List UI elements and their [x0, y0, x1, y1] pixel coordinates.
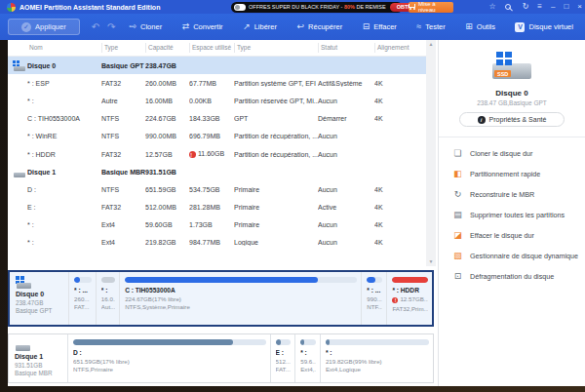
toolbar-button-récupérer[interactable]: ↩Récupérer	[297, 22, 343, 32]
promo-banner[interactable]: OFFRES SUPER DU BLACK FRIDAY - 80% DE RE…	[231, 2, 403, 13]
disk-icon	[13, 60, 25, 71]
sidebar-action[interactable]: ▤Supprimer toutes les partitions	[452, 205, 585, 225]
partition-block[interactable]: * : ...990...NTF...	[361, 272, 386, 325]
table-row[interactable]: * : WinRENTFS990.00MB696.79MBPartition d…	[8, 128, 426, 145]
disk-panel-info: Disque 0238.47GBBasique GPT	[10, 272, 68, 325]
key-icon[interactable]	[505, 3, 514, 12]
apply-button[interactable]: ✓ Appliquer	[8, 19, 80, 35]
partition-fs: Aut...	[101, 303, 115, 310]
table-row[interactable]: * : HDDRFAT3212.57GB!11.60GBPartition de…	[8, 145, 426, 163]
sidebar-action[interactable]: ↻Reconstruire le MBR	[452, 184, 585, 205]
row-name: * : WinRE	[27, 133, 101, 139]
table-row[interactable]: C : TIH0553000ANTFS224.67GB184.33GBGPTDé…	[8, 110, 426, 128]
table-row[interactable]: * :Ext459.60GB1.73GBPrimaireAucun4K	[8, 216, 426, 234]
toolbar-button-outils[interactable]: ⊞Outils	[465, 22, 495, 32]
row-cell: Aucun	[318, 186, 374, 193]
disk-panel-disque-1[interactable]: Disque 1931.51GBBasique MBRD :651.59GB(1…	[8, 333, 434, 383]
redo-icon[interactable]: ↷	[107, 21, 115, 32]
partition-block[interactable]: D :651.59GB(17% libre)NTFS,Primaire	[67, 334, 270, 382]
partition-block[interactable]: * :219.82GB(99% libre)Ext4,Logique	[320, 334, 433, 382]
toolbar-button-tester[interactable]: ≈Tester	[416, 22, 445, 32]
scroll-down-icon[interactable]: ▼	[429, 259, 434, 264]
partition-fs: NTFS,Primaire	[73, 366, 266, 372]
toolbar-label: Outils	[477, 22, 495, 31]
sidebar-action[interactable]: ❏Cloner le disque dur	[452, 143, 585, 164]
row-name: * :	[27, 239, 101, 246]
row-cell: GPT	[234, 115, 318, 122]
row-cell: 4K	[374, 186, 411, 193]
row-cell: 4K	[374, 239, 411, 246]
column-header: Nom	[27, 43, 101, 53]
partition-fs: Ext4,...	[300, 366, 316, 372]
partition-block[interactable]: * :16.0...Aut...	[96, 272, 119, 325]
toolbar-button-convertir[interactable]: ⇄Convertir	[182, 22, 223, 32]
upgrade-button[interactable]: Mise à niveau	[409, 2, 453, 13]
toolbar-button-libérer[interactable]: ↗Libérer	[243, 22, 277, 32]
sidebar-divider	[439, 137, 585, 137]
partition-block[interactable]: * : ...260...FAT...	[68, 272, 96, 325]
refresh-icon[interactable]: ↻	[523, 3, 529, 11]
properties-health-button[interactable]: i Propriétés & Santé	[459, 112, 565, 127]
partition-size: 16.0...	[101, 295, 115, 302]
table-row[interactable]: * : ESPFAT32260.00MB67.77MBPartition sys…	[8, 74, 426, 92]
table-row[interactable]: * :Autre16.00MB0.00KBPartition réservée …	[8, 92, 426, 109]
disk-panel-partitions: * : ...260...FAT...* :16.0...Aut...C : T…	[68, 272, 432, 325]
row-name: Disque 1	[27, 169, 101, 176]
sidebar-action[interactable]: ◧Partitionnement rapide	[452, 164, 585, 184]
table-scrollbar[interactable]: ▲ ▼	[426, 40, 436, 266]
toolbar-button-cloner[interactable]: ⇨Cloner	[129, 22, 162, 32]
table-row[interactable]: E :FAT32512.00MB281.28MBPrimaireActive4K	[8, 199, 426, 216]
undo-icon[interactable]: ↶	[92, 21, 99, 32]
partition-block[interactable]: E :512...FAT...	[270, 334, 295, 382]
sidebar-action[interactable]: ◪Effacer le disque dur	[452, 225, 585, 246]
table-row[interactable]: Disque 0Basique GPT238.47GB	[8, 57, 426, 74]
check-icon: ✓	[21, 22, 31, 32]
row-cell: Autre	[101, 98, 145, 104]
row-cell: 59.60GB	[145, 221, 189, 228]
partition-block[interactable]: * : HDDR!12.57GB...FAT32,Prim...	[386, 272, 432, 325]
row-name: Disque 0	[27, 62, 101, 69]
row-cell: Aucun	[318, 151, 374, 158]
disk-panel-size: 931.51GB	[15, 362, 67, 369]
partition-size: 512...	[276, 358, 292, 365]
maximize-icon[interactable]: □	[564, 3, 568, 11]
minimize-icon[interactable]: –	[551, 3, 555, 11]
row-cell: Aucun	[318, 221, 374, 228]
partition-size: 990...	[367, 295, 382, 302]
menu-icon[interactable]: ≡	[537, 3, 542, 11]
partition-size: 651.59GB(17% libre)	[73, 358, 266, 365]
partition-fs: FAT...	[276, 366, 292, 372]
row-cell: Primaire	[234, 186, 318, 193]
partition-fs: FAT32,Prim...	[392, 305, 428, 312]
cart-icon	[409, 4, 415, 8]
scroll-up-icon[interactable]: ▲	[429, 42, 434, 47]
disk-icon	[13, 167, 25, 177]
toolbar-label: Convertir	[193, 22, 222, 31]
row-cell: FAT32	[101, 151, 145, 158]
row-name: * :	[27, 98, 101, 104]
disk-panel-disque-0[interactable]: Disque 0238.47GBBasique GPT* : ...260...…	[8, 270, 434, 327]
partition-block[interactable]: * :59.6...Ext4,...	[294, 334, 320, 382]
star-icon[interactable]: ☆	[488, 3, 495, 11]
row-cell: 1.73GB	[189, 221, 234, 228]
row-cell: FAT32	[101, 204, 145, 211]
table-row[interactable]: * :Ext4219.82GB984.77MBLogiqueAucun4K	[8, 234, 426, 252]
sidebar-action[interactable]: ⊡Défragmentation du disque	[452, 266, 585, 287]
table-row[interactable]: D :NTFS651.59GB534.75GBPrimaireAucun4K	[8, 180, 426, 198]
toolbar-button-effacer[interactable]: ⊟Effacer	[363, 22, 397, 32]
partition-size: !12.57GB...	[392, 295, 428, 304]
row-cell: 184.33GB	[189, 115, 234, 122]
row-cell: Basique GPT	[101, 62, 145, 69]
titlebar: AOMEI Partition Assistant Standard Editi…	[0, 0, 585, 14]
ssd-disk-icon	[490, 52, 533, 85]
close-icon[interactable]: ×	[577, 3, 582, 11]
toolbar-button-disque-virtuel[interactable]: VDisque virtuel	[515, 22, 572, 32]
partition-block[interactable]: C : TIH0553000A224.67GB(17% libre)NTFS,S…	[119, 272, 361, 325]
toolbar: ✓ Appliquer ↶ ↷ ⇨Cloner⇄Convertir↗Libére…	[0, 14, 585, 40]
toolbar-label: Disque virtuel	[528, 22, 572, 31]
row-cell: Partition système GPT, EFI	[234, 80, 318, 87]
row-cell: 696.79MB	[189, 133, 234, 139]
table-row[interactable]: Disque 1Basique MBR931.51GB	[8, 163, 426, 180]
sidebar-action[interactable]: ▧Gestionnaire de disque dynamique	[452, 246, 585, 266]
row-name: D :	[27, 186, 101, 193]
